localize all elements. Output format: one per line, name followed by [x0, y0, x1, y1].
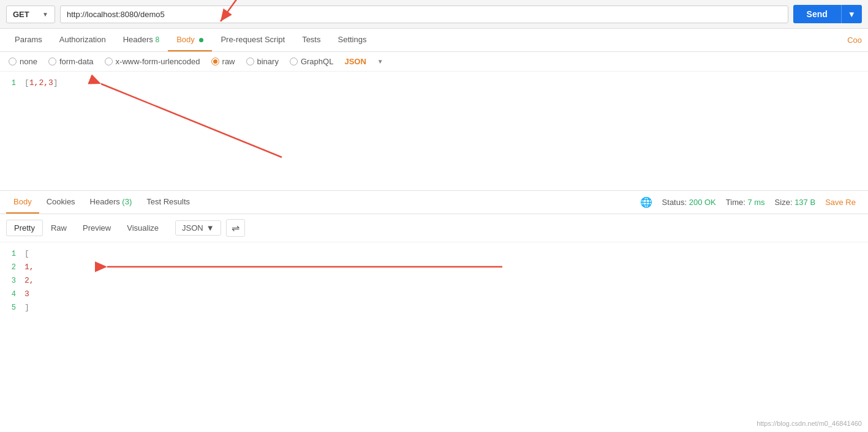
method-label: GET — [13, 10, 29, 19]
radio-binary[interactable] — [246, 58, 254, 65]
svg-line-3 — [101, 84, 282, 157]
response-tab-test-results[interactable]: Test Results — [139, 191, 197, 214]
response-line-1: 1 [ — [0, 247, 868, 261]
globe-icon: 🌐 — [640, 196, 652, 208]
option-raw[interactable]: raw — [211, 57, 235, 66]
option-none[interactable]: none — [9, 57, 37, 66]
size-label: Size: 137 B — [775, 198, 816, 207]
tab-authorization[interactable]: Authorization — [51, 29, 115, 51]
response-body-code: 1 [ 2 1, 3 2, 4 3 5 ] — [0, 242, 868, 315]
upper-wrapper: GET ▼ Send ▼ Params Authorization Header… — [0, 0, 868, 191]
response-line-5: 5 ] — [0, 301, 868, 315]
tab-tests[interactable]: Tests — [293, 29, 329, 51]
response-line-4: 4 3 — [0, 288, 868, 301]
tab-headers[interactable]: Headers 8 — [115, 29, 168, 51]
pretty-tab-raw[interactable]: Raw — [43, 220, 75, 236]
send-button-group: Send ▼ — [793, 5, 862, 23]
pretty-tab-preview[interactable]: Preview — [75, 220, 119, 236]
response-tab-body[interactable]: Body — [6, 191, 39, 214]
json-dropdown-arrow: ▼ — [206, 223, 214, 233]
radio-form-data[interactable] — [48, 58, 56, 65]
save-response-button[interactable]: Save Re — [825, 198, 856, 207]
radio-none[interactable] — [9, 58, 17, 65]
response-tabs-row: Body Cookies Headers (3) Test Results 🌐 … — [0, 191, 868, 214]
status-label: Status: 200 OK — [662, 198, 716, 207]
response-tab-cookies[interactable]: Cookies — [39, 191, 83, 214]
json-type-label[interactable]: JSON — [344, 57, 366, 66]
tab-body[interactable]: Body — [168, 29, 212, 51]
tab-settings[interactable]: Settings — [329, 29, 375, 51]
method-dropdown-arrow: ▼ — [42, 11, 48, 18]
radio-graphql[interactable] — [290, 58, 298, 65]
body-options: none form-data x-www-form-urlencoded raw… — [0, 52, 868, 72]
response-json-dropdown[interactable]: JSON ▼ — [175, 220, 221, 236]
response-line-3: 3 2, — [0, 274, 868, 288]
radio-raw[interactable] — [211, 58, 219, 65]
pretty-tab-pretty[interactable]: Pretty — [6, 220, 43, 236]
code-line-1: 1 [1,2,3] — [0, 72, 868, 90]
url-bar: GET ▼ Send ▼ — [0, 0, 868, 29]
option-binary[interactable]: binary — [246, 57, 279, 66]
radio-urlencoded[interactable] — [105, 58, 113, 65]
response-tab-headers[interactable]: Headers (3) — [83, 191, 140, 214]
tab-prerequest[interactable]: Pre-request Script — [212, 29, 293, 51]
url-input[interactable] — [60, 6, 788, 23]
response-status-bar: 🌐 Status: 200 OK Time: 7 ms Size: 137 B … — [634, 196, 862, 208]
send-dropdown-button[interactable]: ▼ — [841, 5, 862, 23]
request-tabs-row: Params Authorization Headers 8 Body Pre-… — [0, 29, 868, 52]
method-select[interactable]: GET ▼ — [6, 6, 55, 23]
option-graphql[interactable]: GraphQL — [290, 57, 333, 66]
response-section: Body Cookies Headers (3) Test Results 🌐 … — [0, 191, 868, 315]
option-form-data[interactable]: form-data — [48, 57, 94, 66]
tab-right-coo: Coo — [847, 29, 862, 51]
json-type-dropdown-arrow[interactable]: ▼ — [377, 58, 383, 65]
time-label: Time: 7 ms — [726, 198, 765, 207]
wrap-icon[interactable]: ⇌ — [226, 219, 245, 237]
option-urlencoded[interactable]: x-www-form-urlencoded — [105, 57, 200, 66]
send-button[interactable]: Send — [793, 5, 841, 23]
pretty-tabs-row: Pretty Raw Preview Visualize JSON ▼ ⇌ — [0, 214, 868, 242]
pretty-tab-visualize[interactable]: Visualize — [119, 220, 167, 236]
response-line-2: 2 1, — [0, 261, 868, 274]
tab-params[interactable]: Params — [6, 29, 51, 51]
request-body-editor[interactable]: 1 [1,2,3] — [0, 72, 868, 191]
